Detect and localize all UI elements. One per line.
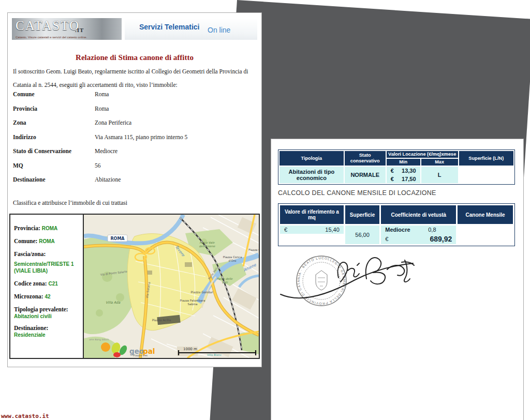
services-title: Servizi Telematici <box>139 23 199 31</box>
cell-tipologia: Abitazioni di tipo economico <box>279 167 344 183</box>
map-label-roma: ROMA <box>110 236 125 241</box>
logo-tld: .IT <box>75 27 84 33</box>
intro-paragraph: Il sottoscritto Geom. Luigi Beato, regol… <box>13 65 257 92</box>
zone-item: Provincia: ROMA <box>14 225 81 232</box>
stamp-icon: COLLEGIO GEOMETRI DELLA PROVINCIA DI CAT… <box>277 241 346 306</box>
property-fields: ComuneRoma ProvinciaRoma ZonaZona Perife… <box>13 91 257 191</box>
field-value: Abitazione <box>95 176 121 191</box>
stamp-text: COLLEGIO GEOMETRI DELLA PROVINCIA DI CAT… <box>277 241 346 306</box>
map-label-conca-1: Piazza Conca <box>223 256 242 259</box>
table-header-coeff: Coefficiente di vetustà <box>381 205 456 224</box>
calc-table: Valore di riferimento a mq Superficie Co… <box>278 203 515 246</box>
zone-label: Destinazione: <box>14 325 48 331</box>
field-label: Comune <box>13 91 95 106</box>
intro-line-2: Catania al n. 2544, eseguiti gli accerta… <box>13 78 257 92</box>
geopal-text-geo: geo <box>129 347 144 355</box>
report-page-2: Tipologia Stato conservativo Valori Loca… <box>271 139 524 420</box>
field-label: Destinazione <box>13 176 95 191</box>
table-header-superficie2: Superficie <box>345 205 379 224</box>
zone-value: ROMA <box>42 226 58 231</box>
map-label-conca-2: d'Oro <box>228 259 237 262</box>
cell-max: € 17,50 <box>387 175 420 183</box>
zone-label: Microzona: <box>14 293 43 299</box>
city-map: ROMA Tevere Aniene Parco Vale dell'Anien… <box>84 215 259 358</box>
calc-section-title: CALCOLO DEL CANONE MENSILE DI LOCAZIONE <box>278 189 436 197</box>
geopal-text-pal: pal <box>143 347 155 355</box>
cell-coefficiente: Mediocre 0,8 <box>381 226 456 234</box>
zone-item: Fascia/zona: <box>14 251 81 258</box>
min-value: 13,30 <box>402 168 416 174</box>
map-label-palombara-2: Sabina <box>187 303 197 306</box>
zone-item: Microzona: 42 <box>14 293 81 300</box>
field-value: 56 <box>95 162 101 177</box>
cell-superficie: L <box>421 167 458 183</box>
field-row: IndirizzoVia Asmara 115, piano primo int… <box>13 134 257 148</box>
zone-value: ROMA <box>39 238 55 244</box>
classification-note: Classifica e attribuisce l’immobile di c… <box>13 200 127 206</box>
field-row: Stato di ConservazioneMediocre <box>13 148 257 162</box>
cell-valore: € 15,40 <box>280 226 344 234</box>
zone-value: Abitazioni civili <box>14 313 52 319</box>
map-label-piazza-car: Piazza Car <box>248 248 259 251</box>
zone-item: Semicentrale/TRIESTE 1 (VIALE LIBIA) <box>14 261 81 274</box>
stamp-and-signature: COLLEGIO GEOMETRI DELLA PROVINCIA DI CAT… <box>277 241 422 320</box>
site-header: CATASTO .IT Catasto, Visure catastali e … <box>12 18 257 40</box>
field-row: ProvinciaRoma <box>13 106 257 120</box>
canone-value: 689,92 <box>430 235 452 243</box>
zone-item: Destinazione: Residenziale <box>14 325 81 338</box>
zone-value: C21 <box>48 281 57 287</box>
zone-item: Tipologia prevalente: Abitazioni civili <box>14 306 81 320</box>
coeff-value: 0,8 <box>428 227 436 233</box>
zone-label: Provincia: <box>14 225 40 231</box>
map-label-parco-aniene-2: dell'Aniene <box>199 245 216 248</box>
intro-line-1: Il sottoscritto Geom. Luigi Beato, regol… <box>13 65 257 78</box>
map-label-parco-aniene-1: Parco Vale <box>200 241 215 244</box>
zone-label: Tipologia prevalente: <box>14 306 68 312</box>
report-title: Relazione di Stima canone di affitto <box>8 53 261 62</box>
valuation-table: Tipologia Stato conservativo Valori Loca… <box>278 149 515 185</box>
catasto-logo: CATASTO .IT Catasto, Visure catastali e … <box>12 18 122 40</box>
field-row: DestinazioneAbitazione <box>13 176 257 191</box>
map-label-palombara-1: Piazza Palombara <box>180 299 205 302</box>
field-value: Mediocre <box>95 148 117 162</box>
currency-symbol: € <box>284 227 287 233</box>
signature-image: COLLEGIO GEOMETRI DELLA PROVINCIA DI CAT… <box>277 241 422 318</box>
field-label: Stato di Conservazione <box>13 148 95 162</box>
currency-symbol: € <box>391 176 394 182</box>
zone-label: Comune: <box>14 238 37 244</box>
zone-value: Semicentrale/TRIESTE 1 (VIALE LIBIA) <box>14 261 81 274</box>
zone-value: 42 <box>45 294 51 299</box>
zone-label: Fascia/zona: <box>14 251 46 257</box>
field-label: Indirizzo <box>13 134 95 148</box>
field-value: Via Asmara 115, piano primo interno 5 <box>95 134 187 148</box>
site-watermark: www.catasto.it <box>1 413 49 419</box>
field-label: MQ <box>13 162 95 177</box>
table-header-valore: Valore di riferimento a mq <box>280 205 344 224</box>
zone-item: Comune: ROMA <box>14 238 81 245</box>
table-header-min: Min <box>387 159 420 166</box>
map-label-gondar: Piazza Gondar <box>191 290 213 294</box>
field-value: Roma <box>95 106 109 120</box>
table-header-valori: Valori Locazione (€/mq)xmese <box>387 151 458 158</box>
field-value: Roma <box>95 91 109 106</box>
field-value: Zona Periferica <box>95 119 131 134</box>
zone-label: Codice zona: <box>14 280 47 287</box>
zone-value: Residenziale <box>14 332 46 338</box>
field-row: ComuneRoma <box>13 91 257 106</box>
table-header-canone: Canone Mensile <box>458 205 513 224</box>
currency-symbol: € <box>391 168 394 174</box>
table-header-superficie: Superficie (L/N) <box>459 151 513 166</box>
zone-and-map-box: Provincia: ROMA Comune: ROMA Fascia/zona… <box>9 214 260 359</box>
cell-stato: NORMALE <box>345 167 386 183</box>
map-label-villa-ada: Villa Ada <box>106 301 121 305</box>
map-label-parco-valli-1: Parco delle <box>217 277 233 280</box>
map-label-acilia: Piazza Acilia <box>152 318 171 322</box>
svg-text:COLLEGIO GEOMETRI DELLA PROVIN: COLLEGIO GEOMETRI DELLA PROVINCIA DI CAT… <box>277 241 346 306</box>
map-image: ROMA Tevere Aniene Parco Vale dell'Anien… <box>84 215 259 358</box>
field-label: Zona <box>13 119 95 134</box>
zone-item: Codice zona: C21 <box>14 280 81 287</box>
scale-label: 1000 m <box>183 347 197 351</box>
cell-min: € 13,30 <box>387 167 420 175</box>
map-attribution: ams Bang bdoch <box>89 338 109 341</box>
field-row: MQ56 <box>13 162 257 177</box>
